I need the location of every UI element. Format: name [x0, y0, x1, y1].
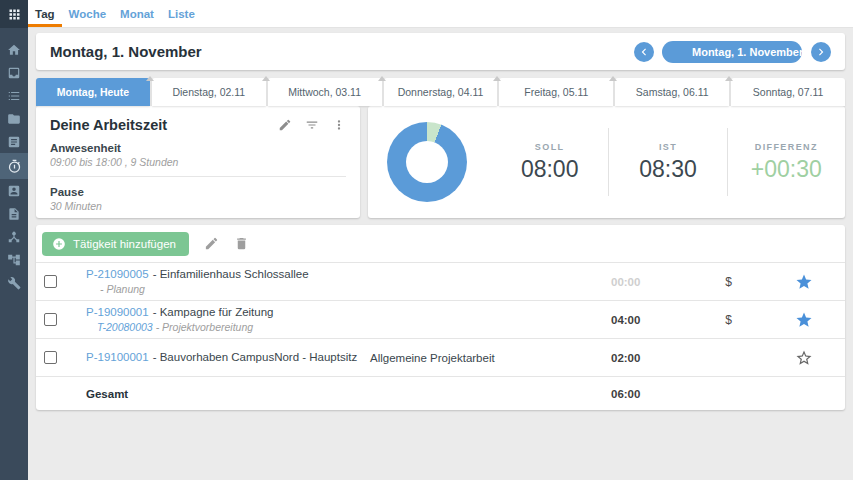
stat-soll-label: SOLL: [491, 142, 608, 152]
row-checkbox[interactable]: [44, 351, 57, 364]
project-name: - Einfamilienhaus Schlossallee: [153, 268, 309, 280]
summary-stats: SOLL 08:00 IST 08:30 DIFFERENZ +00:30: [491, 128, 845, 196]
tab-monat[interactable]: Monat: [113, 0, 161, 27]
report-icon: [7, 207, 21, 221]
day-header: Montag, 1. November Montag, 1. November: [36, 33, 845, 70]
presence-value: 09:00 bis 18:00 , 9 Stunden: [50, 156, 346, 168]
filter-list-button[interactable]: [305, 118, 319, 132]
current-day-button[interactable]: Montag, 1. November: [662, 41, 802, 63]
task-list-icon: [7, 89, 21, 103]
total-row: Gesamt 06:00: [36, 376, 845, 410]
inbox-icon: [7, 66, 21, 80]
table-row: P-21090005- Einfamilienhaus Schlossallee…: [36, 262, 845, 300]
star-filled-icon: [795, 311, 813, 329]
day-tab-samstag[interactable]: Samstag, 06.11: [615, 78, 729, 106]
billable-indicator: $: [681, 313, 776, 327]
next-day-button[interactable]: [811, 42, 831, 62]
day-tab-label: Donnerstag, 04.11: [398, 86, 484, 98]
tab-liste-label: Liste: [168, 8, 195, 20]
tools-icon: [7, 276, 21, 290]
sidebar-item-tasks[interactable]: [0, 84, 28, 107]
day-tab-label: Dienstag, 02.11: [172, 86, 245, 98]
activity-description: Allgemeine Projektarbeit: [370, 352, 611, 364]
person-badge-icon: [7, 184, 21, 198]
chevron-right-icon: [814, 45, 828, 59]
sidebar-item-tools[interactable]: [0, 271, 28, 294]
favorite-toggle[interactable]: [776, 349, 831, 367]
day-tab-label: Mittwoch, 03.11: [288, 86, 361, 98]
day-tab-dienstag[interactable]: Dienstag, 02.11: [152, 78, 266, 106]
more-menu-button[interactable]: [332, 118, 346, 132]
day-tab-freitag[interactable]: Freitag, 05.11: [499, 78, 613, 106]
total-label: Gesamt: [86, 388, 370, 400]
star-filled-icon: [795, 273, 813, 291]
org-chart-icon: [7, 253, 21, 267]
day-tab-label: Freitag, 05.11: [524, 86, 588, 98]
view-tab-bar: Tag Woche Monat Liste: [28, 0, 853, 28]
vertical-dots-icon: [332, 118, 346, 132]
sidebar-item-badge[interactable]: [0, 179, 28, 202]
tab-liste[interactable]: Liste: [161, 0, 202, 27]
sidebar-item-notes[interactable]: [0, 130, 28, 153]
sidebar-item-folder[interactable]: [0, 107, 28, 130]
notes-icon: [7, 135, 21, 149]
edit-activity-button[interactable]: [204, 236, 219, 251]
stat-ist-value: 08:30: [609, 156, 726, 183]
activities-toolbar: Tätigkeit hinzufügen: [36, 225, 845, 262]
project-code-link[interactable]: P-19090001: [86, 306, 149, 318]
sidebar-item-home[interactable]: [0, 38, 28, 61]
sidebar-item-sitemap[interactable]: [0, 225, 28, 248]
task-code-link[interactable]: T-20080003: [97, 321, 153, 333]
day-tab-montag[interactable]: Montag, Heute: [36, 78, 150, 106]
day-tab-sonntag[interactable]: Sonntag, 07.11: [731, 78, 845, 106]
sidebar-item-org[interactable]: [0, 248, 28, 271]
project-code-link[interactable]: P-21090005: [86, 268, 149, 280]
tab-tag[interactable]: Tag: [28, 0, 62, 27]
stat-ist: IST 08:30: [609, 142, 726, 183]
page-title: Montag, 1. November: [50, 43, 202, 60]
task-name: - Planung: [100, 283, 145, 295]
trash-icon: [234, 236, 249, 251]
sitemap-icon: [7, 230, 21, 244]
stat-soll-value: 08:00: [491, 156, 608, 183]
day-tab-label: Montag, Heute: [57, 86, 129, 98]
worktime-card: Deine Arbeitszeit Anwesenheit 09:00 bis …: [36, 106, 360, 218]
star-outline-icon: [795, 349, 813, 367]
app-window: Tag Woche Monat Liste Montag, 1. Novembe…: [0, 0, 853, 480]
main-content: Montag, 1. November Montag, 1. November …: [28, 28, 853, 480]
delete-activity-button[interactable]: [234, 236, 249, 251]
tab-monat-label: Monat: [120, 8, 154, 20]
folder-icon: [7, 112, 21, 126]
pencil-icon: [278, 118, 292, 132]
tab-tag-label: Tag: [35, 8, 55, 20]
stat-ist-label: IST: [609, 142, 726, 152]
sidebar-item-report[interactable]: [0, 202, 28, 225]
stat-differenz-label: DIFFERENZ: [728, 142, 845, 152]
row-checkbox[interactable]: [44, 275, 57, 288]
pause-value: 30 Minuten: [50, 200, 346, 212]
edit-worktime-button[interactable]: [278, 118, 292, 132]
day-tab-mittwoch[interactable]: Mittwoch, 03.11: [268, 78, 382, 106]
sidebar-item-timer[interactable]: [0, 153, 28, 179]
favorite-toggle[interactable]: [776, 273, 831, 291]
tab-woche[interactable]: Woche: [62, 0, 114, 27]
chevron-left-icon: [637, 45, 651, 59]
day-tab-label: Samstag, 06.11: [636, 86, 709, 98]
project-cell: P-19100001- Bauvorhaben CampusNord - Hau…: [86, 350, 370, 366]
date-navigation: Montag, 1. November: [634, 41, 831, 63]
home-icon: [7, 43, 21, 57]
add-activity-button[interactable]: Tätigkeit hinzufügen: [42, 232, 189, 256]
row-checkbox[interactable]: [44, 313, 57, 326]
project-code-link[interactable]: P-19100001: [86, 351, 149, 363]
pencil-icon: [204, 236, 219, 251]
project-cell: P-21090005- Einfamilienhaus Schlossallee…: [86, 267, 370, 297]
favorite-toggle[interactable]: [776, 311, 831, 329]
time-value: 04:00: [611, 314, 681, 326]
day-tab-label: Sonntag, 07.11: [753, 86, 823, 98]
time-value: 02:00: [611, 352, 681, 364]
sidebar-item-inbox[interactable]: [0, 61, 28, 84]
day-tab-donnerstag[interactable]: Donnerstag, 04.11: [384, 78, 498, 106]
apps-menu-button[interactable]: [0, 0, 28, 28]
prev-day-button[interactable]: [634, 42, 654, 62]
filter-list-icon: [305, 118, 319, 132]
